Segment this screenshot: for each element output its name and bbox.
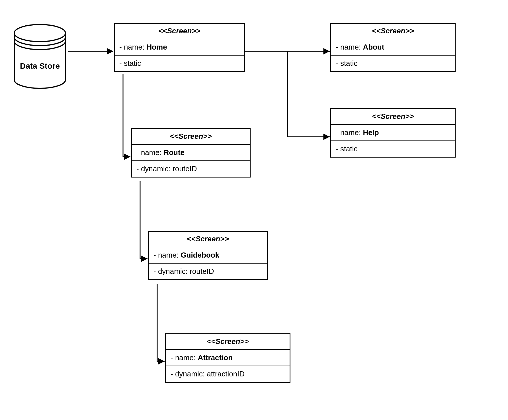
static-label: static	[340, 59, 358, 68]
node-route-param: routeID	[173, 164, 197, 173]
node-attraction-param: attractionID	[207, 370, 245, 378]
node-guidebook-kind-row: - dynamic: routeID	[149, 264, 267, 279]
diagram-canvas: Data Store <<Screen>> - name: Home - sta…	[0, 0, 508, 420]
dynamic-label: dynamic:	[158, 267, 188, 276]
node-attraction-stereotype: <<Screen>>	[166, 334, 290, 350]
node-help-name-row: - name: Help	[331, 125, 455, 141]
node-help-stereotype: <<Screen>>	[331, 109, 455, 125]
name-label: name:	[175, 353, 196, 362]
name-label: name:	[141, 148, 161, 157]
node-help: <<Screen>> - name: Help - static	[330, 108, 456, 158]
node-home-name-row: - name: Home	[115, 39, 244, 56]
node-home: <<Screen>> - name: Home - static	[114, 23, 245, 72]
node-home-kind-row: - static	[115, 56, 244, 71]
edge-route-guidebook	[140, 181, 148, 259]
node-about-name-row: - name: About	[331, 39, 455, 56]
svg-point-0	[14, 25, 65, 42]
node-attraction-kind-row: - dynamic: attractionID	[166, 366, 290, 382]
node-about: <<Screen>> - name: About - static	[330, 23, 456, 72]
edge-guidebook-attraction	[157, 284, 165, 361]
node-help-kind-row: - static	[331, 141, 455, 157]
dynamic-label: dynamic:	[175, 370, 205, 378]
node-attraction: <<Screen>> - name: Attraction - dynamic:…	[165, 333, 290, 383]
node-route-name: Route	[163, 148, 185, 157]
node-route-kind-row: - dynamic: routeID	[132, 161, 250, 177]
node-route-stereotype: <<Screen>>	[132, 129, 250, 145]
node-guidebook-name-row: - name: Guidebook	[149, 247, 267, 264]
node-guidebook: <<Screen>> - name: Guidebook - dynamic: …	[148, 231, 268, 280]
edge-home-help	[288, 51, 330, 137]
datastore-label: Data Store	[11, 62, 68, 71]
datastore-icon	[11, 23, 68, 91]
node-guidebook-stereotype: <<Screen>>	[149, 232, 267, 247]
node-guidebook-param: routeID	[190, 267, 214, 276]
dynamic-label: dynamic:	[141, 164, 171, 173]
node-route-name-row: - name: Route	[132, 145, 250, 161]
node-about-name: About	[363, 43, 384, 51]
static-label: static	[124, 59, 141, 68]
static-label: static	[340, 144, 358, 153]
node-home-name: Home	[146, 43, 167, 51]
node-help-name: Help	[363, 128, 379, 137]
name-label: name:	[340, 43, 361, 51]
name-label: name:	[158, 251, 179, 259]
node-route: <<Screen>> - name: Route - dynamic: rout…	[131, 128, 251, 178]
node-attraction-name: Attraction	[198, 353, 233, 362]
node-about-stereotype: <<Screen>>	[331, 24, 455, 39]
name-label: name:	[340, 128, 361, 137]
node-about-kind-row: - static	[331, 56, 455, 71]
node-attraction-name-row: - name: Attraction	[166, 350, 290, 366]
node-guidebook-name: Guidebook	[181, 251, 219, 259]
name-label: name:	[124, 43, 144, 51]
node-home-stereotype: <<Screen>>	[115, 24, 244, 39]
edge-home-route	[123, 74, 130, 157]
